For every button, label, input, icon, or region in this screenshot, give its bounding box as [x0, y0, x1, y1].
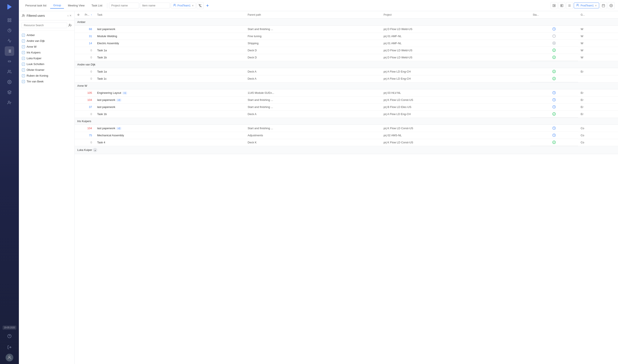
table-row[interactable]: 75 Mechanical Assembly Adjustments prj 0… [75, 132, 618, 139]
sidebar-item-activity[interactable] [5, 36, 14, 46]
row-gear [75, 104, 82, 111]
user-item[interactable]: Iris Kuipers [19, 50, 75, 55]
team-chip-2[interactable]: ProdTeam1 × [574, 2, 599, 8]
menu-button[interactable] [566, 2, 573, 9]
collapse-group-btn[interactable]: ▴ [93, 148, 97, 152]
user-item[interactable]: Amber [19, 32, 75, 38]
svg-rect-30 [553, 4, 554, 7]
user-item[interactable]: Anne W [19, 44, 75, 50]
user-item[interactable]: Luuk Scholten [19, 61, 75, 67]
sidebar-item-settings[interactable] [5, 77, 14, 87]
table-row[interactable]: 0 Task 1b Deck A prj A Flow LD Eng-CH Er [75, 111, 618, 118]
app-logo[interactable] [5, 2, 14, 11]
row-task[interactable]: Electric Assembly [95, 40, 245, 47]
user-checkbox[interactable] [22, 80, 25, 83]
layout1-button[interactable] [551, 2, 557, 9]
row-task[interactable]: Mechanical Assembly [95, 132, 245, 139]
table-row[interactable]: 14 Electric Assembly Shipping prj 01 AMF… [75, 40, 618, 47]
user-avatar[interactable] [6, 354, 13, 362]
row-project: prj D Flow LD Weld-US [381, 47, 530, 54]
table-row[interactable]: 0 Task 1b Deck D prj D Flow LD Weld-US W [75, 54, 618, 61]
add-user-button[interactable] [68, 24, 72, 27]
user-item[interactable]: Olivier Kramer [19, 67, 75, 73]
svg-rect-40 [602, 4, 605, 7]
th-pr[interactable]: Pr... ↑ [82, 11, 95, 19]
sidebar-item-logout[interactable] [5, 342, 14, 352]
add-button[interactable] [205, 2, 210, 9]
row-task[interactable]: Task 1a [95, 68, 245, 75]
user-item[interactable]: Tim van Beek [19, 78, 75, 84]
row-task[interactable]: Task 1a [95, 47, 245, 54]
user-name: Luuk Scholten [26, 63, 44, 66]
user-item[interactable]: Ruben de Koning [19, 73, 75, 78]
row-task[interactable]: Module Welding [95, 33, 245, 40]
row-task[interactable]: Engineering Layout+1 [95, 89, 245, 97]
row-g: Er [578, 96, 618, 104]
svg-rect-33 [561, 4, 562, 5]
user-checkbox[interactable] [22, 34, 25, 37]
user-checkbox[interactable] [22, 57, 25, 60]
tab-group[interactable]: Group [50, 2, 64, 9]
tab-tasklist[interactable]: Task List [88, 2, 105, 8]
panel-collapse-btn[interactable]: ‹ × [67, 14, 71, 18]
row-status [530, 54, 578, 61]
table-row[interactable]: 0 Task 1a Deck D prj D Flow LD Weld-US W [75, 47, 618, 54]
th-gear[interactable]: ⚙ [75, 11, 82, 19]
user-checkbox[interactable] [22, 51, 25, 54]
project-name-input[interactable] [109, 2, 139, 8]
gear-button[interactable] [608, 2, 615, 9]
table-row[interactable]: 0 Task 1a Deck A prj A Flow LD Eng-CH Er [75, 68, 618, 75]
row-task[interactable]: Task 1c [95, 75, 245, 82]
tab-meeting[interactable]: Meeting View [65, 2, 88, 8]
row-parent-path: Deck A [245, 68, 381, 75]
sidebar-item-help[interactable] [5, 331, 14, 341]
table-row[interactable]: 104 last paperwork+3 Start and finishing… [75, 125, 618, 132]
table-row[interactable]: 31 Module Welding Fine tuning prj 01 AMF… [75, 33, 618, 40]
user-checkbox[interactable] [22, 39, 25, 42]
user-item[interactable]: Andre van Dijk [19, 38, 75, 44]
table-header: ⚙ Pr... ↑ Task Parent path Project Sta..… [75, 11, 618, 19]
item-name-input[interactable] [140, 2, 170, 8]
user-item[interactable]: Luka Kuiper [19, 55, 75, 61]
row-task[interactable]: Task 1b [95, 111, 245, 118]
row-g: Er [578, 104, 618, 111]
row-task[interactable]: Task 4 [95, 139, 245, 146]
team-chip-2-close[interactable]: × [595, 4, 597, 7]
sidebar-item-users[interactable] [5, 67, 14, 77]
calendar-button[interactable] [600, 2, 607, 9]
row-task[interactable]: last paperwork [95, 26, 245, 33]
table-row[interactable]: 0 Task 1c Deck A prj A Flow LD Eng-CH [75, 75, 618, 82]
row-task[interactable]: Task 1b [95, 54, 245, 61]
table-row[interactable]: 0 Task 4 Deck K prj K Flow LD Const-US C… [75, 139, 618, 146]
table-row[interactable]: 37 last paperwork Start and finishing ..… [75, 104, 618, 111]
row-task[interactable]: last paperwork+3 [95, 96, 245, 104]
sidebar-item-tasks[interactable] [5, 46, 14, 56]
team-chip[interactable]: ProdTeam1 × [171, 2, 196, 8]
sidebar-item-analytics[interactable] [5, 26, 14, 35]
team-chip-close[interactable]: × [192, 4, 193, 7]
svg-marker-0 [8, 5, 11, 9]
user-checkbox[interactable] [22, 45, 25, 48]
user-checkbox[interactable] [22, 68, 25, 71]
layout2-button[interactable] [558, 2, 565, 9]
tab-personal[interactable]: Personal task list [22, 2, 49, 8]
row-task[interactable]: last paperwork+3 [95, 125, 245, 132]
table-row[interactable]: 104 last paperwork+3 Start and finishing… [75, 96, 618, 104]
table-row[interactable]: 68 last paperwork Start and finishing ..… [75, 26, 618, 33]
resource-search-input[interactable] [22, 23, 67, 28]
svg-point-25 [9, 356, 10, 358]
user-checkbox[interactable] [22, 63, 25, 66]
team-chip-2-label: ProdTeam1 [580, 4, 593, 7]
table-row[interactable]: 105 Engineering Layout+1 1145 Module 01/… [75, 89, 618, 97]
row-task[interactable]: last paperwork [95, 104, 245, 111]
user-checkbox[interactable] [22, 74, 25, 77]
sidebar-item-outline[interactable] [5, 57, 14, 66]
row-parent-path: Start and finishing ... [245, 125, 381, 132]
sidebar-item-layers[interactable] [5, 88, 14, 97]
filter-off-button[interactable] [197, 2, 204, 9]
sidebar-item-reports[interactable] [5, 98, 14, 107]
row-project: prj B Flow LD Elec-US [381, 104, 530, 111]
sidebar-item-dashboard[interactable] [5, 15, 14, 25]
sidebar-date: 19-05-2020 [2, 325, 16, 330]
row-status [530, 132, 578, 139]
